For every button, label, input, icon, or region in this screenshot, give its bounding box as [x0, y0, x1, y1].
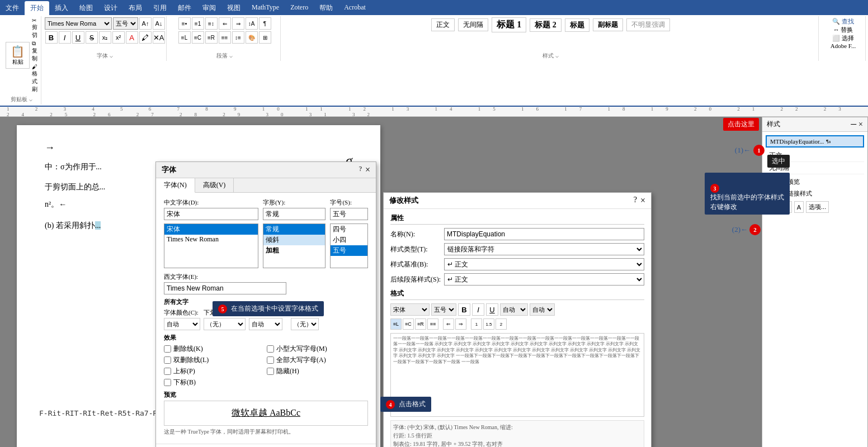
style-selected-item[interactable]: MTDisplayEquatior... ¶a: [766, 135, 864, 148]
strikethrough-check[interactable]: 删除线(K): [164, 344, 265, 354]
select-btn[interactable]: ⬜ 选择: [832, 34, 854, 42]
cut-btn[interactable]: ✂ 剪切: [32, 17, 37, 39]
size-input[interactable]: [330, 208, 368, 220]
tab-references[interactable]: 引用: [148, 1, 172, 15]
font-color-select[interactable]: 自动: [164, 318, 200, 330]
style-heading[interactable]: 标题: [565, 18, 589, 32]
format-font-select[interactable]: 宋体: [390, 303, 430, 316]
tab-home[interactable]: 开始: [25, 1, 49, 15]
underline-color-select[interactable]: 自动: [249, 318, 282, 330]
bold-btn[interactable]: B: [45, 31, 58, 44]
format-italic-btn[interactable]: I: [472, 303, 484, 316]
numbering-btn[interactable]: ≡1: [192, 17, 204, 30]
style-panel-close[interactable]: ×: [858, 120, 863, 129]
style-base-select[interactable]: ↵ 正文: [444, 258, 644, 270]
hidden-check[interactable]: 隐藏(H): [267, 367, 368, 376]
style-list[interactable]: 常规 倾斜 加粗: [263, 224, 326, 268]
justify-btn[interactable]: ≡≡: [219, 31, 231, 44]
select-label-badge[interactable]: 选中: [767, 155, 790, 168]
style-heading1[interactable]: 标题 1: [492, 17, 526, 32]
style-panel-minimize[interactable]: ─: [851, 120, 856, 129]
chinese-font-input[interactable]: [164, 208, 258, 220]
bullets-btn[interactable]: ≡•: [178, 17, 191, 30]
italic-btn[interactable]: I: [59, 31, 71, 44]
underline-btn[interactable]: U: [72, 31, 84, 44]
superscript-btn[interactable]: x²: [112, 31, 125, 44]
format-auto-select[interactable]: 自动: [500, 303, 528, 316]
style-input[interactable]: [263, 208, 326, 220]
align-right-btn[interactable]: ≡R: [205, 31, 218, 44]
font-list-item-western[interactable]: Times New Roman: [164, 235, 258, 244]
name-input[interactable]: [444, 228, 644, 240]
format-size-select[interactable]: 五号: [431, 303, 456, 316]
tab-mathtype[interactable]: MathType: [246, 1, 285, 15]
replace-btn[interactable]: ↔ 替换: [833, 26, 853, 34]
style-options-btn[interactable]: 选项...: [806, 201, 829, 213]
tab-view[interactable]: 视图: [221, 1, 246, 15]
linespace-15-fmt[interactable]: 1.5: [483, 318, 494, 330]
tab-design[interactable]: 设计: [98, 1, 123, 15]
tab-acrobat[interactable]: Acrobat: [338, 1, 371, 15]
indent-r-fmt[interactable]: ⇒: [455, 318, 466, 330]
format-bold-btn[interactable]: B: [458, 303, 470, 316]
paste-button[interactable]: 📋 粘贴: [6, 42, 30, 69]
style-normal-item[interactable]: 常规: [263, 224, 326, 235]
font-color-btn[interactable]: A: [126, 31, 138, 44]
tab-zotero[interactable]: Zotero: [285, 1, 314, 15]
indent-l-fmt[interactable]: ⇐: [443, 318, 454, 330]
strikethrough-btn[interactable]: S̶: [86, 31, 98, 44]
double-strike-check[interactable]: 双删除线(L): [164, 355, 265, 365]
tab-help[interactable]: 帮助: [314, 1, 338, 15]
font-tab-advanced[interactable]: 高级(V): [195, 178, 234, 192]
style-normal[interactable]: 正文: [431, 18, 455, 31]
tab-layout[interactable]: 布局: [123, 1, 148, 15]
align-center-btn[interactable]: ≡C: [192, 31, 204, 44]
size-small4[interactable]: 小四: [331, 235, 367, 245]
modify-dialog-question[interactable]: ?: [634, 196, 637, 206]
increase-indent-btn[interactable]: ⇒: [232, 17, 244, 30]
chinese-font-list[interactable]: 宋体 Times New Roman: [164, 224, 258, 268]
western-font-input[interactable]: [164, 282, 286, 294]
font-dialog-question[interactable]: ?: [359, 165, 362, 175]
style-btn-a[interactable]: A: [794, 201, 804, 213]
copy-btn[interactable]: ⧉ 复制: [32, 40, 37, 63]
subscript-check[interactable]: 下标(B): [164, 378, 265, 387]
align-left-btn[interactable]: ≡L: [178, 31, 191, 44]
underline-select[interactable]: （无）: [204, 318, 246, 330]
tab-mailings[interactable]: 邮件: [172, 1, 197, 15]
point-here-badge[interactable]: 点击这里: [723, 118, 759, 131]
style-type-select[interactable]: 链接段落和字符: [444, 243, 644, 255]
adobe-btn[interactable]: Adobe F...: [831, 42, 856, 49]
tab-draw[interactable]: 绘图: [74, 1, 98, 15]
font-grow-btn[interactable]: A↑: [139, 17, 152, 30]
format-lang-select[interactable]: 自动: [530, 303, 555, 316]
linespace-1-fmt[interactable]: 1: [471, 318, 482, 330]
style-heading2[interactable]: 标题 2: [530, 18, 562, 32]
highlight-btn[interactable]: 🖍: [139, 31, 152, 44]
style-subtitle[interactable]: 副标题: [593, 18, 623, 31]
font-dialog-close[interactable]: ×: [365, 165, 370, 175]
decrease-indent-btn[interactable]: ⇐: [219, 17, 231, 30]
format-painter-btn[interactable]: 🖌 格式刷: [32, 64, 37, 93]
align-left-fmt[interactable]: ≡L: [390, 318, 402, 330]
show-marks-btn[interactable]: ¶: [259, 17, 271, 30]
all-caps-check[interactable]: 全部大写字母(A): [267, 355, 368, 365]
find-btn[interactable]: 🔍 查找: [832, 17, 854, 26]
font-size-select[interactable]: 五号: [113, 17, 138, 30]
emphasis-select[interactable]: （无）: [291, 318, 319, 330]
next-style-select[interactable]: ↵ 正文: [444, 273, 644, 286]
style-no-spacing[interactable]: 无间隔: [458, 18, 488, 31]
borders-btn[interactable]: ⊞: [259, 31, 271, 44]
modify-dialog-close[interactable]: ×: [640, 196, 645, 206]
size-5[interactable]: 五号: [331, 245, 367, 256]
align-center-fmt[interactable]: ≡C: [403, 318, 414, 330]
size-4[interactable]: 四号: [331, 224, 367, 235]
multilevel-btn[interactable]: ≡↕: [205, 17, 218, 30]
size-list[interactable]: 四号 小四 五号: [330, 224, 368, 268]
subscript-btn[interactable]: x₂: [99, 31, 111, 44]
line-spacing-btn[interactable]: ↕≡: [232, 31, 244, 44]
style-subtle[interactable]: 不明显强调: [626, 18, 670, 31]
font-tab-font[interactable]: 字体(N): [156, 178, 195, 193]
small-caps-check[interactable]: 小型大写字母(M): [267, 344, 368, 354]
superscript-check[interactable]: 上标(P): [164, 367, 265, 376]
